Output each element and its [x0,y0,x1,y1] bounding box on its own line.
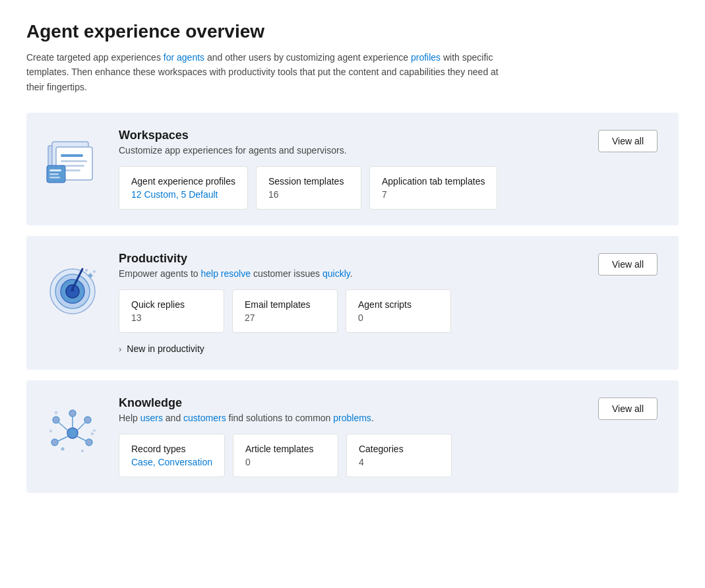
knowledge-desc-link1[interactable]: users [140,413,163,423]
svg-point-33 [61,448,65,451]
knowledge-title: Knowledge [119,396,374,410]
article-templates-card-title: Article templates [245,444,326,454]
productivity-icon-area [26,252,119,324]
productivity-header: Productivity Empower agents to help reso… [119,252,663,279]
workspace-icon [43,134,102,196]
quick-replies-card-title: Quick replies [131,299,212,310]
page-container: Agent experience overview Create targete… [0,0,705,588]
knowledge-content: Knowledge Help users and customers find … [119,396,663,477]
svg-rect-3 [61,154,83,157]
svg-rect-8 [49,169,61,171]
svg-point-19 [93,270,96,273]
workspaces-header: Workspaces Customize app experiences for… [119,129,663,156]
workspaces-cards: Agent experience profiles 12 Custom, 5 D… [119,166,663,210]
productivity-title-area: Productivity Empower agents to help reso… [119,252,353,279]
agent-scripts-card-title: Agent scripts [358,299,439,310]
knowledge-section: Knowledge Help users and customers find … [26,380,679,493]
workspaces-section: Workspaces Customize app experiences for… [26,113,679,225]
knowledge-desc-link2[interactable]: customers [183,413,226,423]
svg-line-30 [77,423,85,430]
knowledge-icon-area [26,396,119,469]
svg-point-22 [67,428,78,438]
chevron-right-icon: › [119,344,121,354]
categories-card[interactable]: Categories 4 [346,434,452,477]
productivity-desc: Empower agents to help resolve customer … [119,268,353,279]
new-in-productivity-link[interactable]: › New in productivity [119,343,663,354]
productivity-view-all-button[interactable]: View all [598,253,658,276]
session-templates-card-value: 16 [268,189,349,200]
workspaces-desc: Customize app experiences for agents and… [119,145,347,156]
knowledge-cards: Record types Case, Conversation Article … [119,434,663,477]
svg-rect-10 [49,177,60,179]
svg-rect-4 [61,160,87,162]
email-templates-card-title: Email templates [245,299,325,310]
new-in-productivity-label: New in productivity [127,343,204,354]
knowledge-desc: Help users and customers find solutions … [119,413,374,423]
agent-profiles-card[interactable]: Agent experience profiles 12 Custom, 5 D… [119,166,248,210]
categories-card-value: 4 [359,457,439,467]
article-templates-card-value: 0 [245,457,326,467]
agent-scripts-card[interactable]: Agent scripts 0 [346,289,451,333]
knowledge-header: Knowledge Help users and customers find … [119,396,663,423]
quick-replies-card[interactable]: Quick replies 13 [119,289,224,333]
record-types-card-value: Case, Conversation [131,457,212,467]
productivity-cards: Quick replies 13 Email templates 27 Agen… [119,289,663,333]
knowledge-title-area: Knowledge Help users and customers find … [119,396,374,423]
svg-point-24 [84,417,91,423]
workspaces-content: Workspaces Customize app experiences for… [119,129,663,210]
productivity-desc-link1[interactable]: help resolve [201,268,251,279]
workspaces-icon-area [26,129,119,201]
session-templates-card[interactable]: Session templates 16 [256,166,361,210]
page-title: Agent experience overview [26,21,679,42]
categories-card-title: Categories [359,444,439,454]
article-templates-card[interactable]: Article templates 0 [233,434,338,477]
svg-point-35 [49,430,52,432]
svg-line-31 [58,436,68,441]
desc-link-profiles[interactable]: profiles [411,52,441,63]
productivity-title: Productivity [119,252,353,266]
svg-rect-9 [49,173,59,175]
knowledge-desc-link3[interactable]: problems [333,413,371,423]
agent-profiles-card-title: Agent experience profiles [131,176,235,187]
productivity-icon [43,257,102,319]
session-templates-card-title: Session templates [268,176,349,187]
page-description: Create targeted app experiences for agen… [26,50,501,94]
workspaces-view-all-button[interactable]: View all [598,130,658,152]
svg-point-25 [51,439,58,446]
app-tab-templates-card[interactable]: Application tab templates 7 [369,166,497,210]
knowledge-icon [43,401,102,463]
workspaces-title-area: Workspaces Customize app experiences for… [119,129,347,156]
app-tab-templates-card-value: 7 [382,189,485,200]
workspaces-title: Workspaces [119,129,347,142]
productivity-section: Productivity Empower agents to help reso… [26,236,679,370]
svg-line-29 [59,423,68,430]
svg-line-32 [77,436,86,441]
record-types-card-title: Record types [131,444,212,454]
email-templates-card[interactable]: Email templates 27 [232,289,338,333]
email-templates-card-value: 27 [245,312,325,323]
agent-profiles-card-value: 12 Custom, 5 Default [131,189,235,200]
svg-point-23 [53,417,59,423]
svg-point-26 [86,439,92,446]
svg-point-18 [85,269,88,272]
record-types-card[interactable]: Record types Case, Conversation [119,434,225,477]
svg-point-36 [93,429,96,432]
agent-scripts-card-value: 0 [358,312,439,323]
app-tab-templates-card-title: Application tab templates [382,176,485,187]
productivity-desc-link2[interactable]: quickly [322,268,350,279]
desc-link-agents[interactable]: for agents [164,52,204,63]
svg-point-34 [81,450,84,452]
knowledge-view-all-button[interactable]: View all [598,397,658,420]
svg-point-27 [69,410,76,417]
productivity-content: Productivity Empower agents to help reso… [119,252,663,354]
quick-replies-card-value: 13 [131,312,212,323]
